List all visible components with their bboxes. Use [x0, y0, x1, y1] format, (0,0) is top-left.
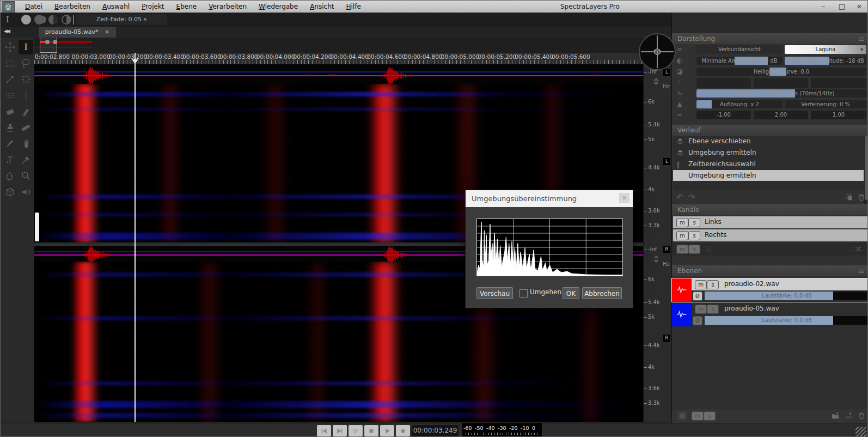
dialog-title-bar[interactable]: Umgebungsübereinstimmung — [466, 190, 633, 207]
dialog-close-button[interactable]: × — [619, 193, 629, 203]
layer-solo-button[interactable]: s — [707, 280, 719, 289]
max-amplitude-field[interactable]: Maximale Amplitude: -18 dB — [785, 57, 866, 65]
tool-harmonics-brush[interactable] — [3, 88, 17, 103]
display-option-box-2[interactable] — [754, 78, 808, 88]
selection-mode-replace-icon[interactable] — [21, 15, 31, 25]
time-ruler[interactable]: 0:00:02.80000:00:03.00000:00:03.20000:00… — [34, 53, 643, 64]
menu-ebene[interactable]: Ebene — [170, 1, 203, 13]
peak-triangle-icon[interactable]: ▲ — [675, 100, 684, 108]
eq-wave-icon[interactable]: ≈ — [675, 111, 684, 119]
history-scrollbar-thumb[interactable] — [865, 136, 867, 200]
menu-bearbeiten[interactable]: Bearbeiten — [48, 1, 96, 13]
contrast-icon[interactable]: ◐ — [675, 56, 684, 65]
channel-row[interactable]: msLinks — [673, 216, 868, 228]
fft-size-field[interactable]: FFT-Größe: 3072 samples (70ms/14Hz) — [696, 89, 866, 98]
volume-slider[interactable]: Lautstärke: 0.0 dB — [705, 292, 868, 300]
menu-hilfe[interactable]: Hilfe — [340, 1, 366, 13]
layer-thumbnail[interactable] — [672, 303, 692, 326]
scale-down-arrow[interactable] — [653, 82, 659, 85]
app-logo-icon[interactable] — [2, 1, 15, 13]
selection-list-icon[interactable] — [705, 245, 713, 256]
stop-button[interactable] — [364, 425, 378, 436]
scale-up-arrow[interactable] — [653, 78, 659, 81]
scale-value-field[interactable]: 1.00 — [811, 111, 866, 119]
maximize-button[interactable]: □ — [834, 1, 850, 13]
time-display[interactable]: 00:00:03.249 — [412, 425, 459, 436]
menu-verarbeiten[interactable]: Verarbeiten — [203, 1, 253, 13]
tool-hand[interactable] — [3, 168, 17, 183]
fft-curve-icon[interactable]: ∿ — [675, 89, 684, 98]
tool-text[interactable] — [3, 153, 17, 167]
minimize-button[interactable]: – — [815, 1, 832, 13]
tool-clone-stamp[interactable] — [3, 120, 17, 135]
layers-icon[interactable]: ≋ — [675, 45, 684, 54]
tool-move[interactable] — [3, 40, 17, 54]
tool-time-selection[interactable]: I — [19, 40, 33, 54]
time-fade-field[interactable]: Zeit-Fade: 0.05 s — [76, 14, 167, 25]
selection-mode-subtract-icon[interactable] — [48, 15, 58, 25]
layer-row[interactable]: msproaudio-02.wavØLautstärke: 0.0 dB — [672, 278, 868, 302]
volume-slider[interactable]: Lautstärke: 0.0 dB — [705, 316, 868, 325]
display-option-box-1[interactable] — [696, 78, 751, 88]
tool-3d-view[interactable] — [3, 185, 17, 199]
new-layer-icon[interactable] — [844, 411, 853, 422]
tool-rectangle-selection[interactable] — [3, 56, 17, 71]
menu-wiedergabe[interactable]: Wiedergabe — [253, 1, 304, 13]
cancel-button[interactable]: Abbrechen — [582, 287, 622, 299]
loop-button[interactable] — [349, 425, 363, 436]
refinement-field[interactable]: Verfeinerung: 0 % — [785, 100, 866, 108]
playhead-marker-icon[interactable] — [132, 59, 138, 64]
tool-spray[interactable] — [19, 136, 33, 151]
tool-transient-selection[interactable] — [19, 88, 33, 103]
solo-all-button[interactable]: s — [688, 245, 700, 254]
min-amplitude-field[interactable]: Minimale Amplitude: -90 dB — [696, 57, 783, 65]
navigator-wheel[interactable] — [639, 33, 676, 70]
layer-name-row[interactable]: msproaudio-02.wav — [692, 278, 868, 290]
trash-icon[interactable] — [857, 193, 866, 204]
overview-handle-right[interactable] — [53, 40, 57, 44]
scale-down-arrow[interactable] — [653, 260, 659, 263]
curve-value-field[interactable]: 2.00 — [754, 111, 808, 119]
play-button[interactable] — [380, 425, 394, 436]
waveform-strip-left[interactable] — [34, 64, 643, 85]
tab-active[interactable]: proaudio-05.wav* × — [39, 27, 116, 38]
phase-invert-button[interactable]: Ø — [693, 292, 702, 301]
history-item[interactable]: Umgebung ermitteln — [673, 147, 864, 158]
layer-solo-button[interactable]: s — [707, 305, 719, 314]
copy-state-icon[interactable] — [845, 193, 854, 204]
section-header-kanaele[interactable]: Kanäle — [672, 204, 868, 215]
phase-invert-button[interactable]: Ø — [693, 316, 702, 325]
tool-picker[interactable] — [19, 153, 33, 167]
bypass-checkbox[interactable] — [519, 289, 528, 298]
mute-button[interactable]: m — [676, 231, 688, 240]
ok-button[interactable]: OK — [563, 287, 579, 299]
close-button[interactable]: × — [851, 1, 867, 13]
delete-layer-icon[interactable] — [857, 411, 866, 422]
colormap-dropdown[interactable]: Laguna ▾ — [785, 45, 866, 54]
tool-zoom[interactable] — [19, 168, 33, 183]
resolution-field[interactable]: Auflösung: x 2 — [696, 100, 783, 108]
undo-icon[interactable]: ↶ — [676, 192, 683, 202]
solo-button[interactable]: s — [688, 218, 700, 227]
layer-mute-button[interactable]: m — [695, 305, 707, 314]
go-to-end-button[interactable] — [333, 425, 347, 436]
scale-up-arrow[interactable] — [653, 256, 659, 258]
preview-button[interactable]: Vorschau — [476, 287, 513, 299]
solo-button[interactable]: s — [688, 231, 700, 240]
selection-mode-add-icon[interactable] — [34, 15, 44, 25]
layer-mute-button[interactable]: m — [695, 280, 707, 289]
crossfade-icon[interactable] — [854, 245, 863, 256]
tool-marker[interactable] — [19, 104, 33, 119]
selection-mode-intersect-icon[interactable] — [62, 15, 71, 25]
gradient-icon[interactable]: ◪ — [675, 67, 684, 76]
tool-lasso-selection[interactable] — [19, 56, 33, 71]
history-item[interactable]: IZeitbereichsauswahl — [673, 159, 864, 169]
blend-mode-icon[interactable] — [677, 411, 687, 420]
collapse-sidebar-icon[interactable]: ◀◀ — [4, 28, 9, 34]
menu-datei[interactable]: Datei — [19, 1, 48, 13]
section-header-darstellung[interactable]: Darstellung ≡ — [672, 33, 868, 44]
overview-handle-left[interactable] — [45, 40, 50, 44]
go-to-start-button[interactable] — [317, 425, 331, 436]
redo-icon[interactable]: ↷ — [688, 192, 695, 202]
history-item[interactable]: Umgebung ermitteln — [673, 170, 864, 181]
